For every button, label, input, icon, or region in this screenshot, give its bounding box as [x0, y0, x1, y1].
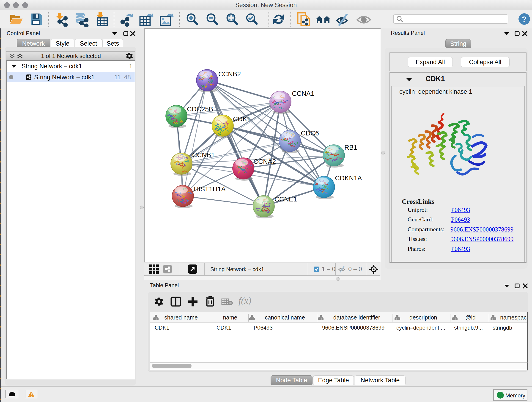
- svg-text:RB1: RB1: [344, 144, 357, 151]
- svg-text:CCNB1: CCNB1: [192, 151, 215, 159]
- svg-text:CDC25B: CDC25B: [187, 105, 213, 113]
- svg-text:CDKN1A: CDKN1A: [335, 174, 362, 182]
- svg-text:CCNA2: CCNA2: [253, 158, 276, 165]
- svg-text:CCNE1: CCNE1: [274, 196, 297, 203]
- svg-text:HIST1H1A: HIST1H1A: [194, 185, 226, 193]
- svg-text:CDK1: CDK1: [233, 115, 251, 123]
- svg-text:CCNB2: CCNB2: [218, 70, 241, 78]
- svg-text:CDC6: CDC6: [301, 129, 319, 137]
- svg-text:CCNA1: CCNA1: [292, 90, 314, 97]
